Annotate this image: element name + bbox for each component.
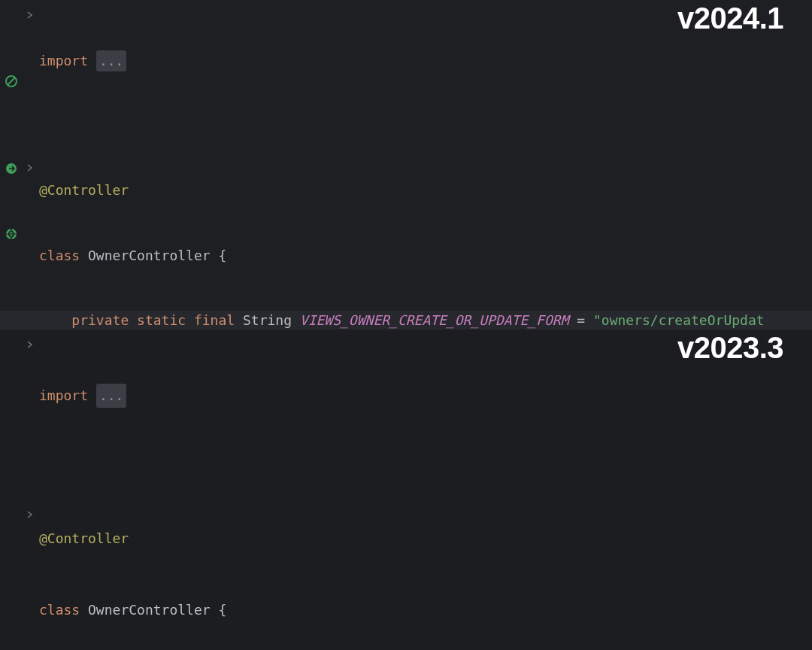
code-area-top[interactable]: import ... @Controller class OwnerContro… [39, 7, 812, 330]
gutter-top [0, 0, 38, 330]
editor-pane-top[interactable]: v2024.1 import ... @Controller class Own… [0, 0, 812, 330]
keyword-static: static [137, 312, 186, 328]
annotation-controller: @Controller [39, 530, 129, 546]
fold-placeholder[interactable]: ... [96, 50, 127, 72]
navigate-icon[interactable] [5, 160, 18, 174]
const-name: VIEWS_OWNER_CREATE_OR_UPDATE_FORM [300, 312, 569, 328]
fold-chevron-icon[interactable] [26, 340, 35, 349]
fold-placeholder[interactable]: ... [96, 384, 127, 408]
code-area-bottom[interactable]: import ... @Controller class OwnerContro… [39, 336, 812, 650]
op-eq: = [568, 312, 593, 328]
fold-chevron-icon[interactable] [26, 510, 35, 519]
keyword-final: final [194, 312, 235, 328]
web-endpoint-icon[interactable] [5, 226, 18, 239]
brace: { [218, 602, 226, 618]
no-entry-icon[interactable] [5, 73, 18, 87]
annotation-controller: @Controller [39, 182, 129, 198]
editor-pane-bottom[interactable]: v2023.3 import ... @Controller class Own… [0, 330, 812, 650]
keyword-class: class [39, 248, 80, 263]
fold-chevron-icon[interactable] [26, 11, 35, 20]
keyword-import: import [39, 53, 88, 68]
brace: { [218, 248, 226, 263]
keyword-import: import [39, 387, 88, 403]
keyword-class: class [39, 602, 80, 618]
class-name: OwnerController [88, 602, 211, 618]
gutter-bottom [0, 330, 38, 650]
string-literal: "owners/createOrUpdat [593, 312, 765, 328]
fold-chevron-icon[interactable] [26, 163, 35, 172]
svg-line-1 [8, 77, 15, 85]
keyword-private: private [71, 312, 129, 328]
class-name: OwnerController [88, 248, 211, 263]
type-string: String [243, 312, 292, 328]
